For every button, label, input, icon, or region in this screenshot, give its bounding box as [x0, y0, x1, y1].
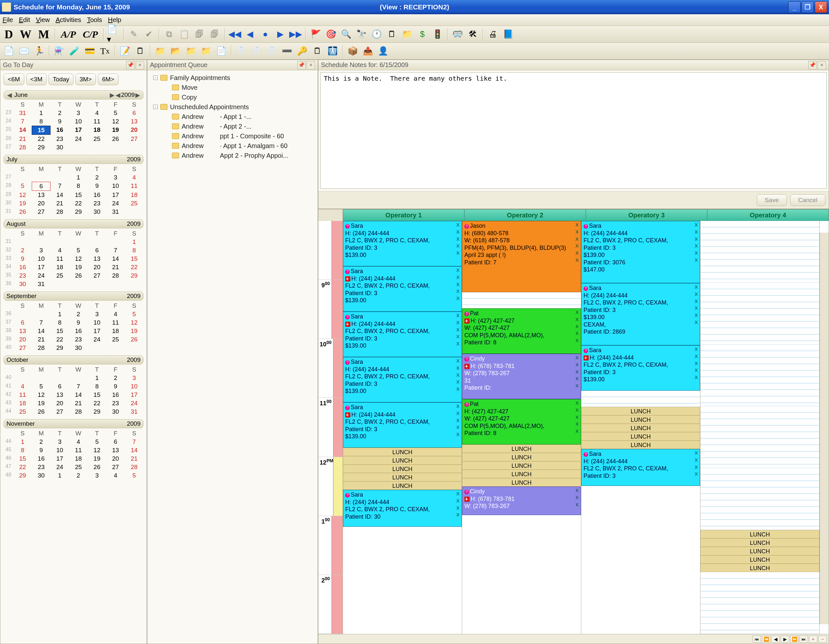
calendar-day[interactable]: 24 [69, 135, 87, 143]
calendar-day[interactable]: 8 [69, 182, 87, 191]
calendar-day[interactable]: 5 [13, 182, 32, 191]
view-week-button[interactable]: W [17, 28, 34, 41]
user-icon[interactable]: 👤 [376, 44, 390, 58]
goto-back-6m[interactable]: <6M [3, 74, 24, 85]
check-icon[interactable]: ✔ [142, 28, 156, 41]
nav-next-icon[interactable]: ▶ [274, 28, 287, 41]
calendar-day[interactable]: 20 [125, 126, 143, 135]
calendar-day[interactable] [32, 310, 50, 319]
calendar-day[interactable]: 4 [106, 310, 125, 319]
calendar-day[interactable]: 4 [106, 471, 125, 480]
panel-close-icon[interactable]: × [307, 61, 315, 69]
calendar-day[interactable]: 9 [32, 446, 50, 455]
calendar-day[interactable]: 17 [125, 391, 143, 399]
appointment-block[interactable]: XXXXX?SaraH: (244) 244-444FL2 C, BWX 2, … [343, 312, 462, 357]
calendar-day[interactable] [88, 280, 106, 288]
calendar-day[interactable]: 6 [106, 438, 125, 446]
calendar-day[interactable] [125, 344, 143, 352]
folder5-icon[interactable]: 📄 [214, 44, 228, 58]
paste-icon[interactable]: 📋 [178, 28, 191, 41]
calendar-day[interactable]: 14 [69, 391, 87, 399]
tree-item[interactable]: -Unscheduled Appointments [150, 102, 315, 112]
calendar-day[interactable]: 19 [32, 399, 50, 407]
tree-item[interactable]: Andrew- Appt 1 -... [150, 112, 315, 122]
panel-close-icon[interactable]: × [136, 61, 144, 69]
xray-icon[interactable]: 🩻 [326, 44, 339, 58]
menu-tools[interactable]: Tools [87, 16, 102, 24]
calendar-day[interactable]: 16 [69, 327, 87, 335]
calendar-day[interactable]: 13 [106, 446, 125, 455]
chem-icon[interactable]: ⚗️ [52, 44, 66, 58]
calendar-day[interactable]: 4 [88, 109, 106, 117]
calendar-day[interactable]: 1 [50, 310, 69, 319]
calendar-day[interactable]: 9 [69, 319, 87, 327]
appointment-block[interactable]: XXXXXX?SaraH: (244) 244-444FL2 C, BWX 2,… [581, 283, 700, 345]
calendar-day[interactable]: 5 [125, 310, 143, 319]
calendar-day[interactable]: 18 [13, 399, 32, 407]
folder3-icon[interactable]: 📁 [184, 44, 197, 58]
calendar-day[interactable]: 5 [69, 246, 87, 255]
calendar-day[interactable]: 15 [88, 391, 106, 399]
calendar-day[interactable]: 18 [106, 327, 125, 335]
calendar-day[interactable]: 17 [69, 126, 87, 135]
calendar-day[interactable]: 12 [106, 117, 125, 126]
queue-tree[interactable]: -Family AppointmentsMoveCopy-Unscheduled… [147, 70, 318, 163]
calendar-day[interactable]: 30 [50, 143, 69, 152]
cal-prev-month-icon[interactable]: ◀ [6, 92, 12, 99]
calendar-day[interactable]: 3 [106, 173, 125, 182]
footer-minus-icon[interactable]: − [818, 636, 827, 643]
calendar-day[interactable]: 14 [13, 126, 32, 135]
calendar-day[interactable] [125, 280, 143, 288]
doc-icon[interactable]: 📄 [2, 44, 16, 58]
calendar-day[interactable]: 10 [69, 117, 87, 126]
appointment-block[interactable]: XXXXXX?SaraH: (244) 244-444FL2 C, BWX 2,… [581, 221, 700, 283]
calendar-day[interactable]: 13 [88, 255, 106, 263]
calendar-day[interactable]: 19 [88, 455, 106, 463]
goggles-icon[interactable]: 🥽 [451, 28, 464, 41]
flask-icon[interactable]: 🧪 [68, 44, 81, 58]
calendar-day[interactable]: 3 [125, 374, 143, 382]
calendar-day[interactable]: 21 [50, 199, 69, 208]
calendar-day[interactable]: 26 [69, 271, 87, 280]
calendar-day[interactable]: 5 [32, 382, 50, 391]
calendar-day[interactable]: 28 [106, 271, 125, 280]
calendar-day[interactable]: 7 [125, 438, 143, 446]
view-ap-button[interactable]: A/P [58, 29, 79, 40]
nav-prev-icon[interactable]: ◀ [243, 28, 257, 41]
tree-item[interactable]: Copy [150, 92, 315, 102]
calendar-day[interactable]: 8 [88, 382, 106, 391]
calendar-day[interactable]: 29 [32, 143, 50, 152]
calendar-day[interactable] [32, 238, 50, 246]
calendar-day[interactable]: 1 [50, 471, 69, 480]
maximize-button[interactable]: ❐ [801, 1, 814, 13]
calendar-day[interactable]: 11 [88, 117, 106, 126]
calendar-day[interactable]: 21 [106, 263, 125, 271]
mail-icon[interactable]: ✉️ [17, 44, 31, 58]
menu-view[interactable]: View [36, 16, 50, 24]
footer-plus-icon[interactable]: + [809, 636, 817, 643]
calendar-day[interactable]: 17 [50, 455, 69, 463]
close-button[interactable]: X [815, 1, 827, 13]
calendar-day[interactable]: 21 [125, 455, 143, 463]
calendar-day[interactable]: 27 [125, 135, 143, 143]
appointment-block[interactable]: XXXXX?SaraH: (244) 244-444FL2 C, BWX 2, … [343, 357, 462, 402]
appointment-block[interactable]: XXXXX?PatH: (427) 427-427W: (427) 427-42… [462, 399, 581, 444]
calendar-day[interactable] [50, 173, 69, 182]
calendar-day[interactable] [13, 374, 32, 382]
menu-help[interactable]: Help [108, 16, 121, 24]
calendar-day[interactable]: 8 [125, 246, 143, 255]
calendar-day[interactable]: 4 [13, 382, 32, 391]
view-month-button[interactable]: M [36, 28, 52, 41]
calendar-day[interactable]: 28 [125, 463, 143, 471]
calendar-day[interactable]: 9 [88, 182, 106, 191]
calendar-day[interactable] [32, 173, 50, 182]
operatory-header[interactable]: Operatory 4 [707, 209, 829, 221]
calendar-day[interactable]: 12 [32, 391, 50, 399]
calendar-day[interactable]: 22 [88, 399, 106, 407]
calendar-day[interactable]: 1 [88, 374, 106, 382]
calendar-day[interactable] [50, 374, 69, 382]
calendar-day[interactable]: 24 [125, 399, 143, 407]
footer-rewind-icon[interactable]: ⏪ [762, 636, 771, 643]
calendar-day[interactable]: 30 [69, 344, 87, 352]
calendar-day[interactable]: 20 [13, 335, 32, 344]
